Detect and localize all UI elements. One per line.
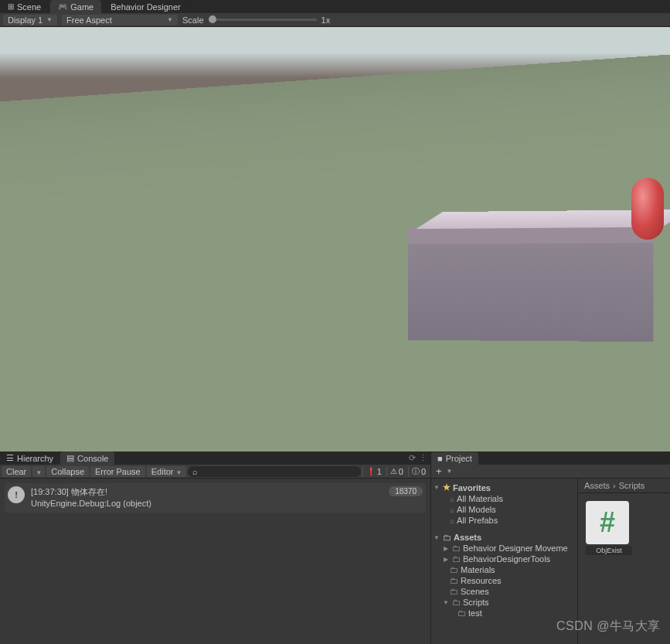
tree-all-models[interactable]: ⌕ All Models <box>433 504 576 515</box>
right-panel-tabs: ■ Project <box>431 451 670 465</box>
tab-game-label: Game <box>70 2 94 12</box>
asset-name: ObjExist <box>586 546 632 555</box>
fold-icon: ▼ <box>433 534 440 541</box>
fold-icon: ▼ <box>433 484 440 491</box>
hash-icon: # <box>600 506 615 539</box>
tree-favorites[interactable]: ▼ ★ Favorites <box>433 482 576 493</box>
collapse-button[interactable]: Collapse <box>46 466 89 477</box>
breadcrumb-assets[interactable]: Assets <box>584 481 610 490</box>
tree-label: All Prefabs <box>457 516 498 525</box>
breadcrumb-sep: › <box>613 481 616 490</box>
scale-slider[interactable] <box>209 19 317 21</box>
tree-all-prefabs[interactable]: ⌕ All Prefabs <box>433 515 576 526</box>
tab-console-label: Console <box>77 454 108 463</box>
folder-icon: 🗀 <box>452 543 461 553</box>
scale-label: Scale <box>182 15 204 25</box>
log-entry[interactable]: ! [19:37:30] 物体存在! UnityEngine.Debug:Log… <box>5 483 426 513</box>
clear-dropdown[interactable]: ▼ <box>32 466 45 477</box>
tree-scenes[interactable]: 🗀 Scenes <box>433 586 576 597</box>
log-info-icon: ! <box>8 486 25 503</box>
folder-icon: ■ <box>437 454 443 463</box>
info-counter[interactable]: ⓘ 0 <box>408 466 429 477</box>
tab-console[interactable]: ▤ Console <box>60 451 114 465</box>
tab-game[interactable]: 🎮 Game <box>50 0 101 13</box>
console-toolbar: Clear ▼ Collapse Error Pause Editor ▼ ⌕ … <box>0 465 430 479</box>
chevron-down-icon: ▼ <box>46 16 53 23</box>
menu-icon[interactable]: ⋮ <box>419 453 427 463</box>
tab-hierarchy[interactable]: ☰ Hierarchy <box>0 451 60 465</box>
project-content: Assets › Scripts # ObjExist <box>578 479 670 644</box>
project-tree: ▼ ★ Favorites ⌕ All Materials ⌕ All Mode… <box>431 479 578 644</box>
search-icon: ⌕ <box>450 516 454 525</box>
clear-button[interactable]: Clear <box>2 466 31 477</box>
error-icon: ❗ <box>366 467 376 475</box>
project-body: ▼ ★ Favorites ⌕ All Materials ⌕ All Mode… <box>431 479 670 644</box>
tree-label: test <box>468 608 482 618</box>
error-counter[interactable]: ❗ 1 <box>362 467 385 476</box>
chevron-down-icon: ▼ <box>36 469 42 476</box>
folder-icon: 🗀 <box>452 554 461 564</box>
tab-scene-label: Scene <box>17 2 41 12</box>
asset-item[interactable]: # ObjExist <box>586 501 632 555</box>
assets-label: Assets <box>454 533 481 542</box>
hierarchy-icon: ☰ <box>6 453 14 463</box>
chevron-down-icon[interactable]: ▼ <box>447 468 453 475</box>
tree-label: BehaviorDesignerTools <box>463 554 550 564</box>
tree-resources[interactable]: 🗀 Resources <box>433 575 576 586</box>
folder-icon: 🗀 <box>452 598 461 607</box>
breadcrumb-scripts[interactable]: Scripts <box>619 481 645 490</box>
tree-label: Materials <box>461 565 495 574</box>
scene-capsule-red <box>631 178 664 240</box>
script-icon: # <box>586 501 629 544</box>
tab-hierarchy-label: Hierarchy <box>17 454 53 463</box>
chevron-down-icon: ▼ <box>167 16 173 23</box>
folder-icon: 🗀 <box>450 587 458 596</box>
project-panel: ■ Project + ▼ ▼ ★ Favorites ⌕ All Materi… <box>431 451 670 644</box>
tree-label: Scripts <box>463 598 489 607</box>
log-count-badge: 18370 <box>389 486 423 496</box>
tab-behavior[interactable]: Behavior Designer <box>103 0 189 13</box>
tree-label: Behavior Designer Moveme <box>463 543 568 553</box>
warn-icon: ⚠ <box>390 467 397 475</box>
search-icon: ⌕ <box>450 506 454 514</box>
breadcrumb: Assets › Scripts <box>578 479 670 493</box>
error-pause-button[interactable]: Error Pause <box>90 466 145 477</box>
error-count: 1 <box>377 467 382 476</box>
log-line1: [19:37:30] 物体存在! <box>31 486 383 498</box>
tree-test[interactable]: 🗀 test <box>433 608 576 618</box>
scale-value: 1x <box>321 15 331 25</box>
warn-count: 0 <box>399 467 403 476</box>
log-line2: UnityEngine.Debug:Log (object) <box>31 498 383 509</box>
tree-bdt[interactable]: ▶ 🗀 BehaviorDesignerTools <box>433 554 576 564</box>
info-icon: ⓘ <box>412 466 420 477</box>
display-value: Display 1 <box>8 15 43 25</box>
tab-behavior-label: Behavior Designer <box>111 2 181 12</box>
add-button[interactable]: + <box>436 465 442 477</box>
tree-assets[interactable]: ▼ 🗀 Assets <box>433 532 576 543</box>
log-text: [19:37:30] 物体存在! UnityEngine.Debug:Log (… <box>31 486 383 509</box>
warn-counter[interactable]: ⚠ 0 <box>386 467 406 476</box>
chevron-down-icon: ▼ <box>176 469 182 476</box>
tree-label: All Models <box>457 505 496 514</box>
left-panel-tabs: ☰ Hierarchy ▤ Console ⟳ ⋮ <box>0 451 430 465</box>
editor-dropdown[interactable]: Editor ▼ <box>147 466 187 477</box>
tab-scene[interactable]: ⊞ Scene <box>0 0 49 13</box>
lock-icon[interactable]: ⟳ <box>409 453 416 463</box>
tree-all-materials[interactable]: ⌕ All Materials <box>433 493 576 504</box>
editor-label: Editor <box>151 467 174 476</box>
panel-menu: ⟳ ⋮ <box>409 453 427 463</box>
scene-cube <box>408 226 654 342</box>
display-dropdown[interactable]: Display 1 ▼ <box>3 15 57 26</box>
tab-project[interactable]: ■ Project <box>431 452 478 465</box>
tree-scripts[interactable]: ▼ 🗀 Scripts <box>433 597 576 608</box>
tree-materials[interactable]: 🗀 Materials <box>433 564 576 575</box>
console-search[interactable]: ⌕ <box>188 466 360 477</box>
fold-icon: ▼ <box>442 599 450 606</box>
aspect-dropdown[interactable]: Free Aspect ▼ <box>62 15 178 26</box>
folder-icon: 🗀 <box>450 576 458 585</box>
tree-bdm[interactable]: ▶ 🗀 Behavior Designer Moveme <box>433 543 576 554</box>
folder-icon: 🗀 <box>457 608 466 618</box>
slider-thumb[interactable] <box>209 15 216 23</box>
info-count: 0 <box>421 467 426 476</box>
bottom-panels: ☰ Hierarchy ▤ Console ⟳ ⋮ Clear ▼ Collap… <box>0 451 670 644</box>
